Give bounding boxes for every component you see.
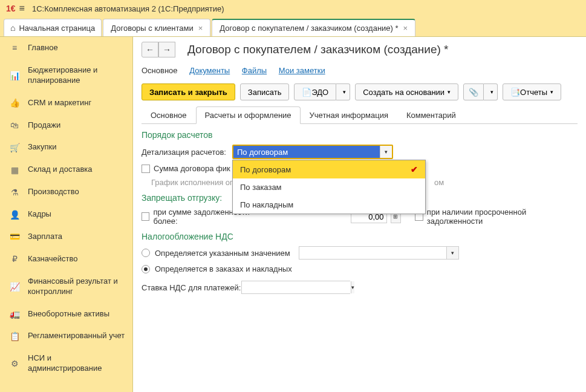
check-icon: ✔ [411, 165, 418, 174]
detail-option-orders[interactable]: По заказам [233, 178, 425, 196]
sidebar-item-main[interactable]: ≡Главное [0, 37, 132, 59]
formtab-comment[interactable]: Комментарий [397, 106, 465, 124]
caret-down-icon[interactable]: ▾ [446, 247, 458, 259]
tab-label: Договоры с клиентами [111, 24, 193, 33]
fixed-sum-checkbox[interactable] [142, 165, 150, 173]
nds-radio-specified[interactable] [142, 249, 150, 257]
home-icon: ⌂ [10, 23, 15, 33]
sidebar-item-sales[interactable]: 🛍Продажи [0, 114, 132, 137]
sidebar-item-salary[interactable]: 💳Зарплата [0, 226, 132, 248]
sidebar-item-finance[interactable]: 📈Финансовый результат и контроллинг [0, 270, 132, 303]
rate-input[interactable] [242, 281, 351, 293]
form-tabs: Основное Расчеты и оформление Учетная ин… [142, 106, 578, 124]
thumb-icon: 👍 [8, 98, 21, 108]
nav-back-button[interactable]: ← [142, 42, 158, 57]
close-icon[interactable]: × [198, 24, 203, 33]
sidebar-item-treasury[interactable]: ₽Казначейство [0, 248, 132, 270]
formtab-account[interactable]: Учетная информация [301, 106, 397, 124]
tab-label: Договор с покупателем / заказчиком (созд… [220, 24, 398, 33]
save-button[interactable]: Записать [240, 83, 290, 100]
rate-label: Ставка НДС для платежей: [142, 283, 241, 292]
attach-button[interactable]: 📎 [463, 83, 484, 100]
page-title: Договор с покупателем / заказчиком (созд… [187, 43, 449, 56]
linktab-main[interactable]: Основное [142, 66, 178, 75]
truck-icon: 🚛 [8, 309, 21, 319]
dropdown-toggle-button[interactable]: ▾ [380, 146, 392, 158]
bag-icon: 🛍 [8, 120, 21, 130]
chart-icon: 📊 [8, 71, 21, 80]
toolbar: Записать и закрыть Записать 📄 ЭДО ▾ Созд… [142, 83, 578, 100]
caret-down-icon: ▾ [448, 89, 451, 95]
reports-button[interactable]: 📑 Отчеты▾ [503, 83, 561, 100]
menu-icon: ≡ [8, 43, 21, 53]
sidebar-item-budget[interactable]: 📊Бюджетирование и планирование [0, 59, 132, 92]
sidebar-item-assets[interactable]: 🚛Внеоборотные активы [0, 303, 132, 325]
debt-checkbox[interactable] [142, 212, 149, 221]
detail-dropdown[interactable]: ▾ По договорам ✔ По заказам По накладным [232, 145, 393, 159]
sidebar-item-admin[interactable]: ⚙НСИ и администрирование [0, 347, 132, 380]
sidebar-item-purchase[interactable]: 🛒Закупки [0, 136, 132, 158]
section-nds: Налогообложение НДС [142, 232, 578, 241]
nds-value-select[interactable]: ▾ [299, 246, 459, 260]
tab-label: Начальная страница [19, 24, 95, 33]
title-bar: 1€ ≡ 1С:Комплексная автоматизация 2 (1С:… [0, 0, 586, 17]
section-calc-order: Порядок расчетов [142, 130, 578, 140]
content-area: ← → Договор с покупателем / заказчиком (… [133, 37, 586, 392]
nds-opt1-label: Определяется указанным значением [155, 249, 290, 258]
flask-icon: ⚗ [8, 188, 21, 197]
menu-icon[interactable]: ≡ [19, 3, 25, 14]
ruble-icon: ₽ [8, 254, 21, 264]
attach-dropdown-button[interactable]: ▾ [484, 83, 498, 100]
caret-down-icon: ▾ [343, 89, 346, 95]
save-close-button[interactable]: Записать и закрыть [142, 83, 235, 100]
sidebar: ≡Главное 📊Бюджетирование и планирование … [0, 37, 133, 392]
nds-value-input[interactable] [299, 247, 446, 259]
close-icon[interactable]: × [403, 24, 408, 33]
gear-icon: ⚙ [8, 359, 21, 368]
nds-opt2-label: Определяется в заказах и накладных [155, 264, 292, 273]
create-based-button[interactable]: Создать на основании▾ [355, 83, 458, 100]
overdue-label: при наличии просроченной задолженности [427, 207, 578, 226]
linktab-docs[interactable]: Документы [189, 66, 230, 75]
caret-down-icon[interactable]: ▾ [351, 281, 354, 293]
detail-option-invoices[interactable]: По накладным [233, 196, 425, 214]
sidebar-item-crm[interactable]: 👍CRM и маркетинг [0, 92, 132, 114]
sidebar-item-production[interactable]: ⚗Производство [0, 181, 132, 203]
detail-input[interactable] [233, 146, 380, 158]
grid-icon: ▦ [8, 165, 21, 175]
nav-forward-button[interactable]: → [158, 42, 175, 57]
detail-label: Детализация расчетов: [142, 148, 232, 157]
formtab-main[interactable]: Основное [142, 106, 196, 124]
sidebar-item-regulated[interactable]: 📋Регламентированный учет [0, 325, 132, 347]
logo-1c: 1€ [6, 4, 16, 13]
app-title: 1С:Комплексная автоматизация 2 (1С:Предп… [32, 4, 224, 13]
formtab-calc[interactable]: Расчеты и оформление [196, 106, 301, 124]
caret-down-icon: ▾ [550, 89, 553, 95]
edo-button[interactable]: 📄 ЭДО [294, 83, 336, 100]
tabs-bar: ⌂ Начальная страница Договоры с клиентам… [0, 17, 586, 37]
linktab-files[interactable]: Файлы [242, 66, 267, 75]
cart-icon: 🛒 [8, 143, 21, 152]
edo-dropdown-button[interactable]: ▾ [336, 83, 350, 100]
sidebar-item-hr[interactable]: 👤Кадры [0, 203, 132, 226]
fixed-sum-label: Сумма договора фик [154, 164, 230, 173]
detail-dropdown-list: По договорам ✔ По заказам По накладным [232, 160, 426, 214]
detail-option-contracts[interactable]: По договорам ✔ [233, 160, 425, 178]
sidebar-item-warehouse[interactable]: ▦Склад и доставка [0, 158, 132, 181]
trend-icon: 📈 [8, 282, 21, 292]
rate-select[interactable]: ▾ [241, 281, 350, 294]
caret-down-icon: ▾ [490, 89, 493, 95]
linktab-notes[interactable]: Мои заметки [279, 66, 325, 75]
tab-contract-create[interactable]: Договор с покупателем / заказчиком (созд… [212, 19, 415, 36]
tab-contracts[interactable]: Договоры с клиентами × [103, 19, 210, 36]
nds-radio-orders[interactable] [142, 265, 150, 273]
card-icon: 💳 [8, 232, 21, 241]
tab-home[interactable]: ⌂ Начальная страница [4, 19, 102, 36]
link-tabs: Основное Документы Файлы Мои заметки [142, 66, 578, 75]
person-icon: 👤 [8, 210, 21, 220]
clipboard-icon: 📋 [8, 332, 21, 341]
